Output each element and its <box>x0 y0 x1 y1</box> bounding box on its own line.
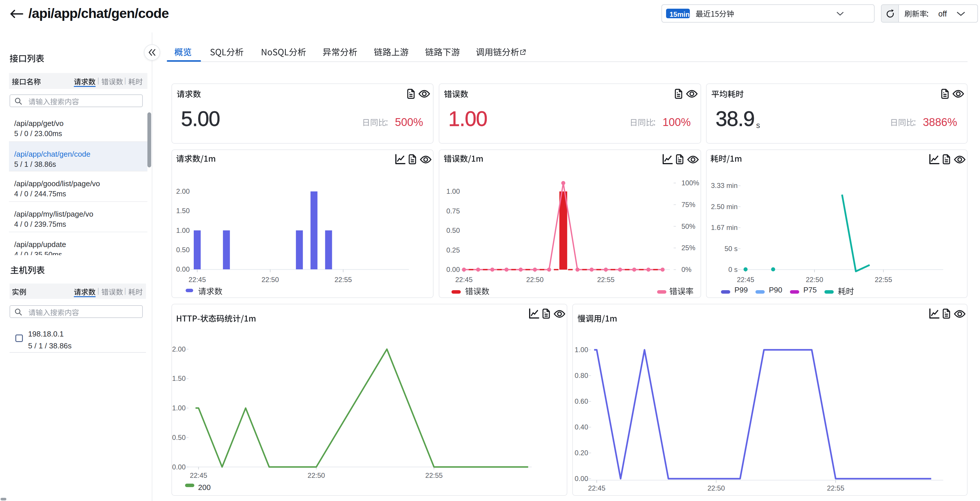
svg-text:2.00: 2.00 <box>176 188 190 195</box>
svg-text:1.00: 1.00 <box>172 404 186 412</box>
svg-text:1.50: 1.50 <box>172 374 186 382</box>
svg-text:0.80: 0.80 <box>574 372 588 379</box>
svg-text:0.00: 0.00 <box>176 265 190 273</box>
svg-text:0.20: 0.20 <box>574 449 588 457</box>
svg-text:0.75: 0.75 <box>446 207 460 215</box>
svg-text:2.50 min: 2.50 min <box>711 203 738 210</box>
svg-text:0.00: 0.00 <box>446 266 460 274</box>
svg-text:1.67 min: 1.67 min <box>711 224 738 231</box>
svg-text:0.50: 0.50 <box>446 226 460 234</box>
svg-text:22:50: 22:50 <box>307 471 325 479</box>
svg-text:3.33 min: 3.33 min <box>711 181 738 189</box>
svg-text:100%: 100% <box>681 179 699 187</box>
svg-text:0.60: 0.60 <box>574 397 588 405</box>
svg-text:22:45: 22:45 <box>737 276 754 283</box>
svg-text:0 s: 0 s <box>728 266 738 274</box>
svg-text:25%: 25% <box>681 244 695 252</box>
svg-text:22:55: 22:55 <box>875 276 892 283</box>
svg-text:22:45: 22:45 <box>588 484 605 492</box>
svg-text:0.25: 0.25 <box>446 246 460 254</box>
svg-text:0.40: 0.40 <box>574 423 588 431</box>
svg-text:22:45: 22:45 <box>455 276 473 283</box>
svg-text:0.50: 0.50 <box>176 246 190 254</box>
svg-text:1.00: 1.00 <box>176 226 190 234</box>
svg-text:2.00: 2.00 <box>172 345 186 353</box>
svg-text:22:55: 22:55 <box>334 276 352 283</box>
svg-text:1.50: 1.50 <box>176 207 190 215</box>
svg-text:0%: 0% <box>681 266 692 274</box>
svg-text:50%: 50% <box>681 223 695 230</box>
svg-text:0.00: 0.00 <box>172 463 186 471</box>
svg-text:22:45: 22:45 <box>189 276 206 283</box>
svg-text:50 s: 50 s <box>725 245 738 253</box>
svg-text:22:50: 22:50 <box>261 276 279 283</box>
svg-text:0.00: 0.00 <box>574 475 588 482</box>
svg-text:0.50: 0.50 <box>172 434 186 441</box>
svg-text:22:55: 22:55 <box>827 484 844 492</box>
svg-text:22:50: 22:50 <box>526 276 544 283</box>
svg-text:1.00: 1.00 <box>574 346 588 354</box>
svg-text:22:55: 22:55 <box>597 276 614 283</box>
svg-text:22:50: 22:50 <box>708 484 725 492</box>
svg-text:75%: 75% <box>681 201 695 208</box>
svg-text:22:55: 22:55 <box>425 471 443 479</box>
svg-text:1.00: 1.00 <box>446 188 460 195</box>
svg-text:22:45: 22:45 <box>190 471 207 479</box>
svg-text:22:50: 22:50 <box>806 276 823 283</box>
